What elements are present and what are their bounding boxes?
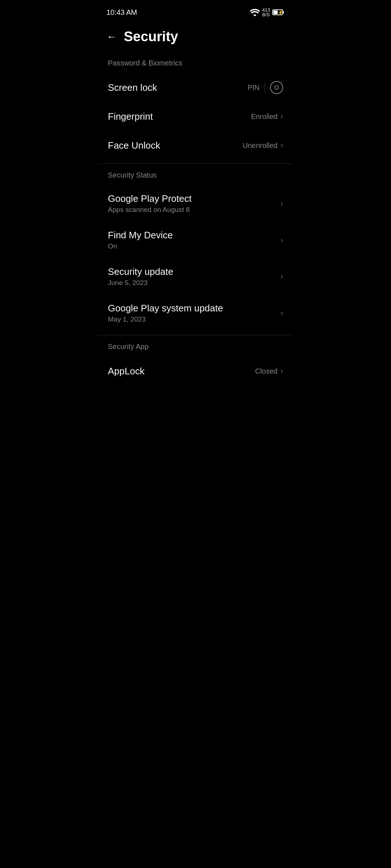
section-label-security-app: Security App [98, 339, 293, 357]
security-update-item[interactable]: Security update June 5, 2023 › [98, 258, 293, 295]
google-play-protect-chevron: › [281, 199, 283, 208]
status-icons: 413B/S ⚡ [250, 8, 285, 17]
section-label-password-biometrics: Password & Biometrics [98, 55, 293, 73]
page-header: ← Security [98, 22, 293, 55]
applock-chevron: › [281, 366, 283, 376]
face-unlock-chevron: › [281, 141, 283, 150]
screen-lock-title: Screen lock [108, 82, 248, 93]
fingerprint-title: Fingerprint [108, 111, 251, 122]
divider-2 [98, 335, 293, 335]
signal-indicator: 413B/S [262, 8, 270, 17]
svg-text:⚡: ⚡ [278, 9, 284, 16]
security-update-subtitle: June 5, 2023 [108, 279, 281, 287]
face-unlock-title: Face Unlock [108, 140, 243, 151]
find-my-device-item[interactable]: Find My Device On › [98, 222, 293, 258]
fingerprint-status: Enrolled [251, 112, 277, 121]
screen-lock-status: PIN [248, 84, 260, 92]
gear-inner [274, 85, 279, 90]
fingerprint-item[interactable]: Fingerprint Enrolled › [98, 102, 293, 131]
applock-title: AppLock [108, 366, 255, 377]
google-play-protect-title: Google Play Protect [108, 193, 281, 204]
google-play-system-update-chevron: › [281, 309, 283, 318]
google-play-system-update-title: Google Play system update [108, 303, 281, 314]
svg-rect-1 [273, 10, 278, 14]
find-my-device-title: Find My Device [108, 230, 281, 241]
google-play-protect-item[interactable]: Google Play Protect Apps scanned on Augu… [98, 185, 293, 222]
fingerprint-chevron: › [281, 112, 283, 121]
gear-icon[interactable] [270, 81, 283, 94]
wifi-icon [250, 8, 260, 16]
face-unlock-item[interactable]: Face Unlock Unenrolled › [98, 131, 293, 160]
face-unlock-status: Unenrolled [243, 141, 278, 150]
status-bar: 10:43 AM 413B/S ⚡ [98, 0, 293, 22]
divider-1 [98, 163, 293, 164]
divider-vertical [265, 82, 265, 93]
section-security-app: Security App AppLock Closed › [98, 339, 293, 386]
find-my-device-subtitle: On [108, 242, 281, 250]
google-play-protect-subtitle: Apps scanned on August 8 [108, 206, 281, 214]
applock-status: Closed [255, 367, 277, 375]
security-update-title: Security update [108, 266, 281, 277]
section-password-biometrics: Password & Biometrics Screen lock PIN Fi… [98, 55, 293, 160]
battery-icon: ⚡ [272, 9, 285, 16]
page-title: Security [124, 29, 178, 44]
google-play-system-update-subtitle: May 1, 2023 [108, 315, 281, 323]
applock-item[interactable]: AppLock Closed › [98, 357, 293, 386]
google-play-system-update-item[interactable]: Google Play system update May 1, 2023 › [98, 295, 293, 331]
security-update-chevron: › [281, 272, 283, 281]
section-label-security-status: Security Status [98, 167, 293, 185]
find-my-device-chevron: › [281, 235, 283, 245]
status-time: 10:43 AM [106, 8, 137, 17]
back-button[interactable]: ← [106, 32, 117, 42]
screen-lock-item[interactable]: Screen lock PIN [98, 73, 293, 102]
section-security-status: Security Status Google Play Protect Apps… [98, 167, 293, 331]
